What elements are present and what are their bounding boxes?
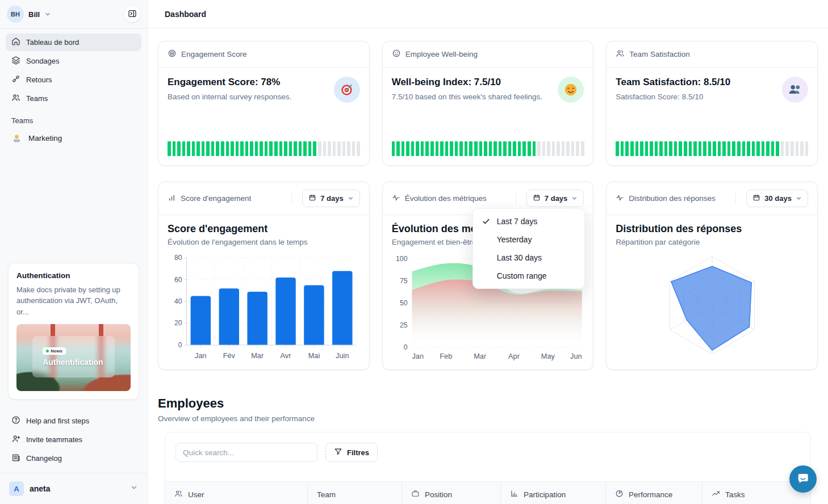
user-name[interactable]: Bill <box>28 10 40 19</box>
svg-text:Mar: Mar <box>251 351 264 359</box>
stat-title: Team Satisfaction: 8.5/10 <box>616 77 775 88</box>
promo-image: News Authentification <box>16 324 131 391</box>
column-header-performance: Performance <box>605 482 702 504</box>
sidebar-item-teams[interactable]: Teams <box>6 90 141 107</box>
card-header-label: Distribution des réponses <box>629 194 731 203</box>
column-header-participation: Participation <box>500 482 605 504</box>
users-icon <box>11 93 20 104</box>
page-title: Dashboard <box>165 10 206 19</box>
svg-text:Jun: Jun <box>570 351 582 360</box>
column-header-user: User <box>165 482 307 504</box>
sidebar-item-sondages[interactable]: Sondages <box>6 52 141 70</box>
sidebar-user-row: BH Bill <box>0 0 147 28</box>
range-label: 7 days <box>545 194 567 203</box>
chat-widget-button[interactable] <box>789 465 817 493</box>
card-header-label: Employee Well-being <box>405 50 584 58</box>
card-body: Engagement Score: 78% Based on internal … <box>158 68 369 165</box>
promo-description: Make docs private by setting up authenti… <box>16 284 131 318</box>
promo-card-authentication[interactable]: Authentication Make docs private by sett… <box>8 263 139 400</box>
svg-text:Jan: Jan <box>195 351 207 359</box>
card-evolution-metriques: Évolution des métriques 7 days <box>382 182 594 370</box>
range-select-button[interactable]: 7 days <box>526 190 584 207</box>
filters-label: Filtres <box>347 448 369 457</box>
collapse-sidebar-button[interactable] <box>124 6 140 22</box>
filters-button[interactable]: Filtres <box>325 443 378 462</box>
card-header: Distribution des réponses 30 days <box>607 182 817 215</box>
sidebar-item-label: Invite teammates <box>26 435 82 444</box>
chart-subtitle: Évolution de l'engagement dans le temps <box>168 238 360 246</box>
svg-text:Jan: Jan <box>412 351 424 360</box>
main-area: Dashboard Engagement Score Engagem <box>148 0 828 504</box>
svg-text:Avr: Avr <box>281 351 292 359</box>
user-plus-icon <box>11 434 20 445</box>
busts-in-silhouette-emoji <box>782 77 808 103</box>
sidebar-item-label: Retours <box>26 75 52 84</box>
promo-image-title: Authentification <box>43 358 103 367</box>
menu-item-last-30-days[interactable]: Last 30 days <box>473 249 584 267</box>
svg-text:50: 50 <box>400 299 408 307</box>
card-header: Team Satisfaction <box>607 41 817 68</box>
user-avatar[interactable]: BH <box>7 6 24 23</box>
card-distribution-reponses: Distribution des réponses 30 days <box>606 182 818 370</box>
newspaper-icon <box>11 453 20 464</box>
chat-bubble-icon <box>796 472 810 487</box>
calendar-icon <box>308 194 316 203</box>
employees-section-header: Employees Overview of employees and thei… <box>158 396 818 423</box>
sidebar-team-marketing[interactable]: Marketing <box>0 128 147 148</box>
sidebar-item-retours[interactable]: Retours <box>6 71 141 89</box>
svg-text:Juin: Juin <box>336 351 349 359</box>
card-body: Distribution des réponses Répartition pa… <box>607 215 817 369</box>
employees-table-card: Filtres User Team <box>165 432 811 504</box>
card-header-label: Évolution des métriques <box>405 194 511 203</box>
svg-text:75: 75 <box>400 277 408 285</box>
workspace-switcher[interactable]: A aneta <box>0 473 147 504</box>
sidebar-item-label: Changelog <box>26 454 62 463</box>
svg-text:80: 80 <box>174 254 182 262</box>
help-circle-icon <box>11 415 20 426</box>
sidebar-section-teams: Teams <box>0 108 147 128</box>
news-badge: News <box>43 347 66 355</box>
svg-text:Mar: Mar <box>474 351 487 360</box>
sidebar-item-tableau-de-bord[interactable]: Tableau de bord <box>6 33 141 51</box>
workspace-name: aneta <box>30 484 51 493</box>
svg-text:May: May <box>541 351 555 360</box>
column-header-position: Position <box>402 482 500 504</box>
menu-item-yesterday[interactable]: Yesterday <box>473 230 584 249</box>
card-body: Well-being Index: 7.5/10 7.5/10 based on… <box>383 68 593 165</box>
sidebar: BH Bill Tableau de bord <box>0 0 148 504</box>
engagement-bar-chart: 020406080JanFévMarAvrMaiJuin <box>168 250 360 365</box>
sidebar-item-invite[interactable]: Invite teammates <box>6 431 141 448</box>
chevron-down-icon[interactable] <box>44 11 51 18</box>
card-engagement-score: Engagement Score Engagement Score: 78% B… <box>158 41 370 166</box>
smile-icon <box>392 49 401 60</box>
card-header: Employee Well-being <box>383 41 593 68</box>
table-toolbar: Filtres <box>165 432 810 472</box>
chevron-down-icon <box>571 195 578 201</box>
range-select-button[interactable]: 30 days <box>746 190 808 207</box>
card-header: Engagement Score <box>158 41 369 68</box>
sidebar-item-changelog[interactable]: Changelog <box>6 450 141 467</box>
card-header: Score d'engagement 7 days <box>158 182 369 215</box>
menu-item-custom-range[interactable]: Custom range <box>473 267 584 285</box>
bar-chart-icon <box>168 194 176 204</box>
divider <box>516 193 516 204</box>
card-header-label: Score d'engagement <box>181 194 287 203</box>
technologist-emoji <box>11 133 22 143</box>
sidebar-item-label: Tableau de bord <box>26 38 79 47</box>
promo-image-overlay: News Authentification <box>32 336 115 377</box>
stat-description: Satisfaction Score: 8.5/10 <box>616 93 775 101</box>
chart-subtitle: Répartition par catégorie <box>616 238 808 246</box>
card-header-label: Team Satisfaction <box>629 50 808 58</box>
search-input[interactable] <box>175 443 317 462</box>
sidebar-item-label: Sondages <box>26 57 60 65</box>
sidebar-item-help[interactable]: Help and first steps <box>6 412 141 430</box>
employees-title: Employees <box>158 396 818 411</box>
menu-item-last-7-days[interactable]: Last 7 days <box>473 212 584 230</box>
svg-text:Feb: Feb <box>440 351 452 360</box>
table-header-row: User Team Position <box>165 481 810 504</box>
stat-title: Well-being Index: 7.5/10 <box>392 77 551 88</box>
range-select-button[interactable]: 7 days <box>302 190 359 207</box>
svg-text:Mai: Mai <box>308 351 320 359</box>
stat-description: 7.5/10 based on this week's shared feeli… <box>392 93 551 101</box>
dart-target-emoji <box>334 77 360 103</box>
